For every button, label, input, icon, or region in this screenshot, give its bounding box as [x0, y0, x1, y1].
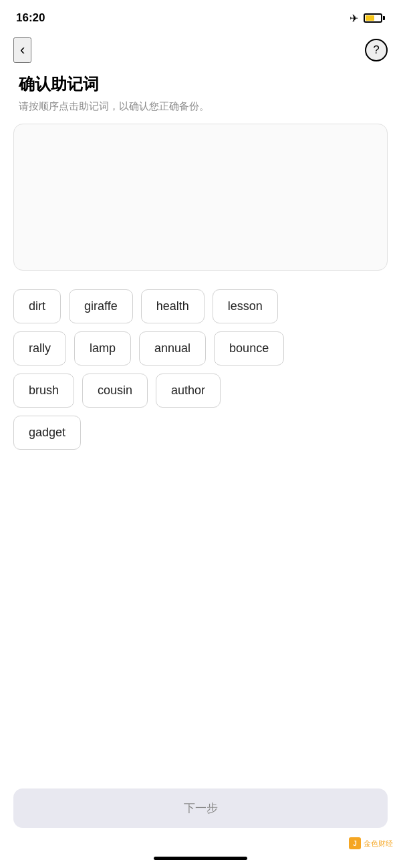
word-row-1: dirt giraffe health lesson [13, 289, 388, 323]
status-icons: ✈ [350, 12, 385, 25]
word-chip-brush[interactable]: brush [13, 374, 74, 408]
status-bar: 16:20 ✈ [0, 0, 401, 33]
page-header: 确认助记词 请按顺序点击助记词，以确认您正确备份。 [0, 67, 401, 124]
airplane-icon: ✈ [350, 12, 358, 25]
word-chip-gadget[interactable]: gadget [13, 416, 81, 450]
word-chip-dirt[interactable]: dirt [13, 289, 61, 323]
battery-icon [364, 13, 385, 23]
nav-bar: ‹ ? [0, 33, 401, 67]
next-button-container: 下一步 [13, 788, 388, 828]
word-chip-bounce[interactable]: bounce [214, 331, 284, 366]
word-chip-author[interactable]: author [156, 374, 221, 408]
help-button[interactable]: ? [365, 39, 388, 61]
word-chip-health[interactable]: health [141, 289, 205, 323]
word-grid: dirt giraffe health lesson rally lamp an… [0, 289, 401, 450]
word-row-3: brush cousin author [13, 374, 388, 408]
next-button[interactable]: 下一步 [13, 788, 388, 828]
page-title: 确认助记词 [19, 74, 382, 95]
page-subtitle: 请按顺序点击助记词，以确认您正确备份。 [19, 99, 382, 113]
watermark: J 金色财经 [349, 837, 393, 849]
watermark-text: 金色财经 [364, 839, 393, 849]
home-indicator [154, 857, 247, 860]
word-row-4: gadget [13, 416, 388, 450]
watermark-icon: J [349, 837, 361, 849]
word-chip-annual[interactable]: annual [139, 331, 206, 366]
word-chip-giraffe[interactable]: giraffe [69, 289, 133, 323]
word-chip-rally[interactable]: rally [13, 331, 66, 366]
word-row-2: rally lamp annual bounce [13, 331, 388, 366]
word-chip-lesson[interactable]: lesson [213, 289, 278, 323]
word-chip-cousin[interactable]: cousin [82, 374, 148, 408]
status-time: 16:20 [16, 11, 45, 25]
mnemonic-input-area[interactable] [13, 124, 388, 271]
word-chip-lamp[interactable]: lamp [74, 331, 131, 366]
back-button[interactable]: ‹ [13, 37, 31, 63]
